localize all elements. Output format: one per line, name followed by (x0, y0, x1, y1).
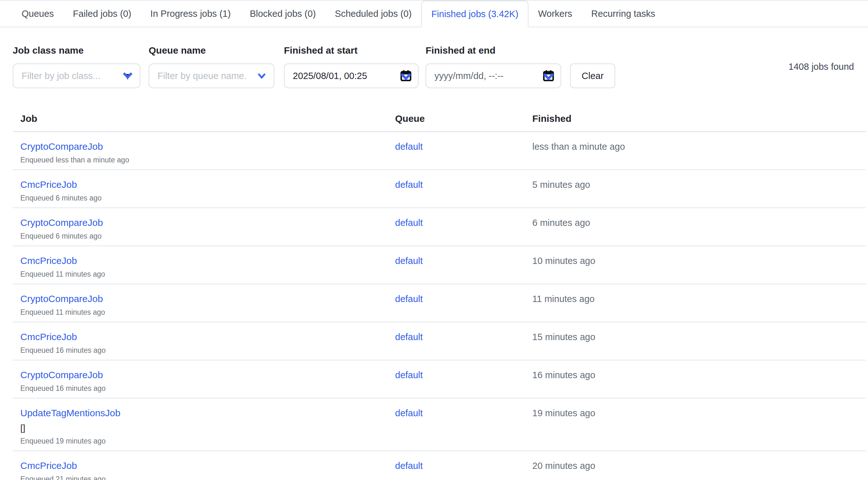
tab-finished-jobs[interactable]: Finished jobs (3.42K) (421, 1, 528, 27)
enqueued-text: Enqueued 11 minutes ago (20, 308, 388, 317)
queue-filter-group: Queue name (149, 45, 274, 56)
finished-time: 15 minutes ago (532, 332, 595, 342)
enqueued-text: Enqueued 16 minutes ago (20, 384, 388, 393)
queue-name-label: Queue name (149, 45, 274, 56)
tab-bar: Queues Failed jobs (0) In Progress jobs … (0, 1, 868, 27)
tab-queues[interactable]: Queues (12, 1, 64, 27)
finished-time: less than a minute ago (532, 141, 625, 152)
finished-time: 16 minutes ago (532, 370, 595, 380)
table-row: CryptoCompareJob Enqueued 6 minutes ago … (13, 208, 866, 246)
finished-jobs-table: Job Queue Finished CryptoCompareJob Enqu… (13, 108, 866, 480)
job-link[interactable]: UpdateTagMentionsJob (20, 407, 120, 419)
finished-time: 10 minutes ago (532, 256, 595, 266)
tab-blocked-jobs[interactable]: Blocked jobs (0) (240, 1, 325, 27)
finished-time: 6 minutes ago (532, 218, 590, 228)
table-header-row: Job Queue Finished (13, 108, 866, 132)
calendar-icon[interactable] (541, 69, 556, 83)
job-link[interactable]: CryptoCompareJob (20, 293, 103, 305)
job-link[interactable]: CmcPriceJob (20, 331, 77, 343)
queue-link[interactable]: default (395, 179, 423, 190)
queue-link[interactable]: default (395, 217, 423, 229)
table-row: CryptoCompareJob Enqueued less than a mi… (13, 132, 866, 170)
queue-link[interactable]: default (395, 255, 423, 267)
results-count: 1408 jobs found (788, 62, 854, 72)
tab-recurring-tasks[interactable]: Recurring tasks (582, 1, 665, 27)
finished-time: 19 minutes ago (532, 408, 595, 418)
enqueued-text: Enqueued 11 minutes ago (20, 270, 388, 279)
finished-time: 5 minutes ago (532, 179, 590, 190)
queue-link[interactable]: default (395, 141, 423, 152)
tab-failed-jobs[interactable]: Failed jobs (0) (64, 1, 141, 27)
enqueued-text: Enqueued 6 minutes ago (20, 194, 388, 202)
finished-at-start-input[interactable] (284, 63, 418, 88)
finished-end-filter-group: Finished at end (426, 45, 561, 56)
finished-at-end-label: Finished at end (426, 45, 561, 56)
column-header-queue: Queue (388, 108, 525, 131)
table-row: CmcPriceJob Enqueued 21 minutes ago defa… (13, 451, 866, 480)
enqueued-text: Enqueued 6 minutes ago (20, 232, 388, 240)
finished-time: 20 minutes ago (532, 461, 595, 471)
finished-start-filter-group: Finished at start (284, 45, 418, 56)
job-link[interactable]: CmcPriceJob (20, 460, 77, 472)
queue-link[interactable]: default (395, 369, 423, 381)
chevron-down-icon (121, 69, 135, 83)
job-link[interactable]: CryptoCompareJob (20, 369, 103, 381)
table-row: CmcPriceJob Enqueued 16 minutes ago defa… (13, 322, 866, 361)
tab-scheduled-jobs[interactable]: Scheduled jobs (0) (325, 1, 421, 27)
tab-in-progress-jobs[interactable]: In Progress jobs (1) (141, 1, 240, 27)
finished-time: 11 minutes ago (532, 294, 594, 304)
job-link[interactable]: CmcPriceJob (20, 255, 77, 267)
enqueued-text: Enqueued less than a minute ago (20, 156, 388, 164)
enqueued-text: Enqueued 16 minutes ago (20, 346, 388, 355)
finished-at-start-label: Finished at start (284, 45, 418, 56)
enqueued-text: Enqueued 21 minutes ago (20, 475, 388, 480)
queue-link[interactable]: default (395, 331, 423, 343)
chevron-down-icon (255, 69, 269, 83)
job-class-label: Job class name (13, 45, 141, 56)
tab-workers[interactable]: Workers (528, 1, 582, 27)
table-row: CryptoCompareJob Enqueued 16 minutes ago… (13, 361, 866, 399)
table-row: CmcPriceJob Enqueued 6 minutes ago defau… (13, 170, 866, 208)
queue-link[interactable]: default (395, 293, 423, 305)
job-link[interactable]: CryptoCompareJob (20, 141, 103, 152)
table-row: UpdateTagMentionsJob [] Enqueued 19 minu… (13, 399, 866, 451)
column-header-job: Job (13, 108, 388, 131)
enqueued-text: Enqueued 19 minutes ago (20, 437, 388, 445)
job-class-filter-group: Job class name (13, 45, 141, 56)
table-row: CmcPriceJob Enqueued 11 minutes ago defa… (13, 246, 866, 284)
finished-at-end-input[interactable] (426, 63, 561, 88)
clear-filters-button[interactable]: Clear (570, 63, 615, 88)
queue-link[interactable]: default (395, 460, 423, 472)
job-link[interactable]: CmcPriceJob (20, 179, 77, 190)
calendar-icon[interactable] (399, 69, 413, 83)
queue-link[interactable]: default (395, 407, 423, 419)
job-arguments: [] (20, 422, 388, 433)
table-row: CryptoCompareJob Enqueued 11 minutes ago… (13, 284, 866, 322)
job-link[interactable]: CryptoCompareJob (20, 217, 103, 229)
column-header-finished: Finished (525, 108, 866, 131)
filter-bar: Job class name Queue name Finished at st… (13, 45, 854, 90)
